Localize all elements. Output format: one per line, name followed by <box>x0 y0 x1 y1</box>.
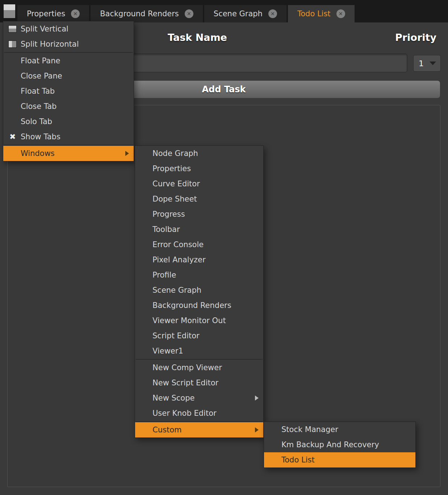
pane-menu-icon[interactable] <box>3 4 16 18</box>
pane-context-menu: Split Vertical Split Horizontal Float Pa… <box>3 21 134 161</box>
tab-label: Properties <box>27 9 65 18</box>
menu-item-label: Scene Graph <box>152 286 201 295</box>
menu-item-label: User Knob Editor <box>152 409 217 418</box>
close-tab-icon[interactable]: ✕ <box>71 9 80 18</box>
menu-item-label: Script Editor <box>152 331 200 340</box>
chevron-down-icon <box>430 62 436 65</box>
checked-x-icon: ✖ <box>9 133 16 141</box>
menu-item-new-comp-viewer[interactable]: New Comp Viewer <box>135 360 263 375</box>
menu-separator <box>136 421 263 422</box>
menu-item-show-tabs[interactable]: ✖ Show Tabs <box>3 129 134 144</box>
menu-item-split-vertical[interactable]: Split Vertical <box>3 21 134 37</box>
menu-item-label: Solo Tab <box>21 117 52 126</box>
priority-value: 1 <box>419 59 424 68</box>
menu-separator <box>136 359 263 360</box>
menu-item-windows[interactable]: Windows <box>3 146 134 161</box>
tab-label: Scene Graph <box>214 9 263 18</box>
menu-item-label: Pixel Analyzer <box>152 255 206 264</box>
menu-item-label: Progress <box>152 210 185 219</box>
menu-item-label: Custom <box>152 426 181 434</box>
priority-dropdown[interactable]: 1 <box>413 55 441 72</box>
menu-item-viewer-monitor-out[interactable]: Viewer Monitor Out <box>135 313 263 328</box>
menu-item-todo-list[interactable]: Todo List <box>264 452 415 468</box>
menu-item-close-tab[interactable]: Close Tab <box>3 99 134 114</box>
menu-item-float-tab[interactable]: Float Tab <box>3 84 134 99</box>
menu-separator <box>4 145 133 145</box>
tab-label: Todo List <box>297 9 331 18</box>
menu-item-solo-tab[interactable]: Solo Tab <box>3 114 134 129</box>
tab-background-renders[interactable]: Background Renders ✕ <box>91 5 203 22</box>
menu-item-label: Viewer Monitor Out <box>152 316 226 325</box>
menu-item-label: Km Backup And Recovery <box>281 440 379 449</box>
menu-item-label: Background Renders <box>152 301 231 310</box>
menu-item-error-console[interactable]: Error Console <box>135 237 263 252</box>
menu-item-progress[interactable]: Progress <box>135 207 263 222</box>
menu-item-label: Close Pane <box>21 72 62 80</box>
split-horizontal-icon <box>8 41 17 48</box>
menu-item-scene-graph[interactable]: Scene Graph <box>135 283 263 298</box>
menu-item-pixel-analyzer[interactable]: Pixel Analyzer <box>135 252 263 267</box>
menu-item-label: Float Tab <box>21 87 55 96</box>
menu-item-label: Properties <box>152 164 191 173</box>
menu-item-user-knob-editor[interactable]: User Knob Editor <box>135 406 263 421</box>
tab-label: Background Renders <box>100 9 179 18</box>
tabs-container: Properties ✕ Background Renders ✕ Scene … <box>17 5 356 22</box>
menu-item-label: Viewer1 <box>152 347 183 355</box>
custom-submenu: Stock Manager Km Backup And Recovery Tod… <box>264 422 416 468</box>
menu-item-dope-sheet[interactable]: Dope Sheet <box>135 191 263 207</box>
menu-item-viewer1[interactable]: Viewer1 <box>135 343 263 359</box>
menu-item-label: Show Tabs <box>21 132 60 141</box>
menu-item-label: Split Vertical <box>21 25 68 33</box>
tab-scene-graph[interactable]: Scene Graph ✕ <box>204 5 286 22</box>
menu-item-label: New Script Editor <box>152 378 218 387</box>
menu-item-node-graph[interactable]: Node Graph <box>135 146 263 161</box>
tab-todo-list[interactable]: Todo List ✕ <box>288 5 355 22</box>
windows-submenu: Node Graph Properties Curve Editor Dope … <box>135 145 264 438</box>
menu-item-split-horizontal[interactable]: Split Horizontal <box>3 37 134 52</box>
submenu-arrow-icon <box>255 395 259 401</box>
close-tab-icon[interactable]: ✕ <box>185 9 193 18</box>
menu-item-script-editor[interactable]: Script Editor <box>135 328 263 343</box>
menu-item-custom[interactable]: Custom <box>135 422 263 437</box>
menu-item-new-scope[interactable]: New Scope <box>135 390 263 406</box>
menu-item-label: Toolbar <box>152 225 180 234</box>
menu-item-close-pane[interactable]: Close Pane <box>3 68 134 84</box>
menu-item-profile[interactable]: Profile <box>135 267 263 283</box>
submenu-arrow-icon <box>125 151 129 156</box>
menu-item-stock-manager[interactable]: Stock Manager <box>264 422 415 437</box>
split-vertical-icon <box>8 25 17 33</box>
menu-item-label: Node Graph <box>152 149 198 158</box>
tab-properties[interactable]: Properties ✕ <box>17 5 89 22</box>
menu-item-label: Stock Manager <box>281 425 338 434</box>
menu-item-properties[interactable]: Properties <box>135 161 263 176</box>
menu-item-label: Curve Editor <box>152 179 200 188</box>
menu-item-float-pane[interactable]: Float Pane <box>3 53 134 68</box>
menu-item-curve-editor[interactable]: Curve Editor <box>135 176 263 191</box>
menu-item-background-renders[interactable]: Background Renders <box>135 298 263 313</box>
menu-item-label: Close Tab <box>21 102 56 111</box>
menu-item-label: New Comp Viewer <box>152 363 222 372</box>
menu-item-km-backup-and-recovery[interactable]: Km Backup And Recovery <box>264 437 415 452</box>
priority-header: Priority <box>395 32 436 43</box>
menu-item-label: Profile <box>152 271 176 279</box>
submenu-arrow-icon <box>255 427 259 432</box>
close-tab-icon[interactable]: ✕ <box>336 9 345 18</box>
menu-item-label: Float Pane <box>21 56 60 65</box>
menu-item-label: Split Horizontal <box>21 40 79 48</box>
menu-item-label: Windows <box>21 149 55 158</box>
menu-item-label: Dope Sheet <box>152 195 197 203</box>
menu-separator <box>4 52 133 53</box>
tab-bar: Properties ✕ Background Renders ✕ Scene … <box>0 0 448 22</box>
menu-item-label: New Scope <box>152 394 194 402</box>
menu-item-label: Error Console <box>152 240 204 249</box>
menu-item-new-script-editor[interactable]: New Script Editor <box>135 375 263 390</box>
close-tab-icon[interactable]: ✕ <box>268 9 277 18</box>
menu-item-label: Todo List <box>281 456 315 464</box>
menu-item-toolbar[interactable]: Toolbar <box>135 222 263 237</box>
